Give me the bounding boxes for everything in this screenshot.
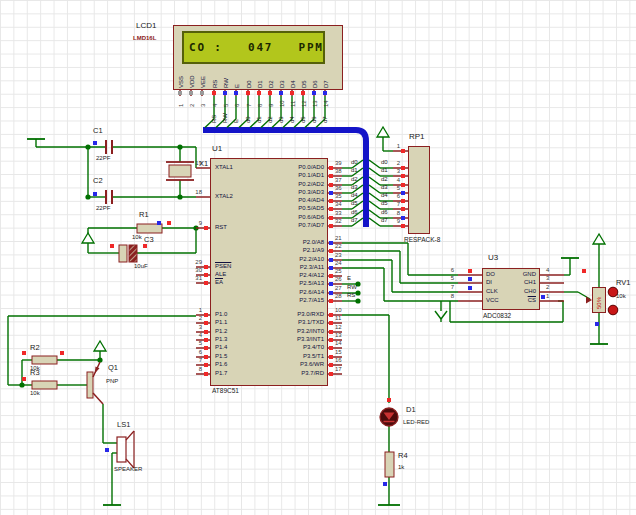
resistor-r1[interactable] <box>137 224 162 233</box>
bus-tap <box>369 193 380 201</box>
wiper-arrow-icon <box>586 297 592 304</box>
junction-dot <box>355 290 360 295</box>
bus-tap <box>369 218 380 226</box>
pin-state-indicator <box>401 216 405 220</box>
pin-state-indicator <box>401 183 405 187</box>
pin-state-indicator <box>329 266 333 270</box>
pin-state-indicator <box>468 277 472 281</box>
pin-state-indicator <box>204 321 208 325</box>
pin-state-indicator <box>329 355 333 359</box>
junction-dot <box>85 144 90 149</box>
bus-tap <box>352 218 363 226</box>
pin-state-indicator <box>582 269 586 273</box>
speaker-horn <box>126 459 134 468</box>
pnp-arrow-icon <box>95 366 100 373</box>
transistor-collector <box>93 393 103 404</box>
ground-arrow-icon <box>435 311 441 319</box>
speaker-ls1[interactable] <box>117 437 126 462</box>
pin-state-indicator <box>329 216 333 220</box>
junction-dot <box>177 144 182 149</box>
pin-state-indicator <box>468 269 472 273</box>
power-arrow-icon <box>377 127 389 137</box>
pin-state-indicator <box>257 91 261 95</box>
transistor-q1[interactable] <box>87 372 93 398</box>
bus-tap <box>352 210 363 218</box>
pin-state-indicator <box>60 351 64 355</box>
bus-tap <box>352 168 363 176</box>
pin-state-indicator <box>401 149 405 153</box>
pin-state-indicator <box>329 338 333 342</box>
junction-dot <box>355 298 360 303</box>
pin-state-indicator <box>22 351 26 355</box>
pin-state-indicator <box>401 224 405 228</box>
schematic-canvas: CO : 047 PPM LCD1 LMD16L U1 AT89C51 RP1 … <box>0 0 636 515</box>
pin-state-indicator <box>329 183 333 187</box>
pin-state-indicator <box>329 241 333 245</box>
pin-state-indicator <box>387 398 391 402</box>
pin-state-indicator <box>204 281 208 285</box>
pin-state-indicator <box>401 166 405 170</box>
pin-state-indicator <box>204 226 208 230</box>
junction-dot <box>97 357 102 362</box>
pin-state-indicator <box>329 282 333 286</box>
pin-state-indicator <box>22 377 26 381</box>
power-arrow-icon <box>94 341 106 351</box>
resistor-r4[interactable] <box>385 452 394 477</box>
pin-state-indicator <box>204 265 208 269</box>
junction-dot <box>177 194 182 199</box>
pin-state-indicator <box>401 199 405 203</box>
bus-tap <box>305 119 314 128</box>
pin-state-indicator <box>329 224 333 228</box>
junction-dot <box>19 382 24 387</box>
speaker-horn <box>126 431 134 440</box>
pin-state-indicator <box>329 258 333 262</box>
pin-state-indicator <box>234 91 238 95</box>
bus-tap <box>316 119 325 128</box>
pin-state-indicator <box>541 295 545 299</box>
pin-state-indicator <box>329 372 333 376</box>
pin-state-indicator <box>329 174 333 178</box>
pot-increase-button[interactable] <box>608 287 618 297</box>
pin-state-indicator <box>468 286 472 290</box>
pin-state-indicator <box>189 91 193 95</box>
capacitor-c3[interactable] <box>119 245 127 262</box>
pin-state-indicator <box>167 221 171 225</box>
pin-state-indicator <box>204 313 208 317</box>
pin-state-indicator <box>329 291 333 295</box>
pin-state-indicator <box>204 338 208 342</box>
pot-decrease-button[interactable] <box>608 305 618 315</box>
pin-state-indicator <box>595 322 599 326</box>
bus-tap <box>352 160 363 168</box>
pin-state-indicator <box>329 207 333 211</box>
pin-state-indicator <box>301 91 305 95</box>
pin-state-indicator <box>268 91 272 95</box>
bus-tap <box>283 119 292 128</box>
bus-tap <box>239 119 248 128</box>
pin-state-indicator <box>329 363 333 367</box>
bus-tap <box>261 119 270 128</box>
bus-tap <box>352 193 363 201</box>
pin-state-indicator <box>312 91 316 95</box>
bus-tap <box>369 177 380 185</box>
bus-tap <box>294 119 303 128</box>
pin-state-indicator <box>246 91 250 95</box>
pin-state-indicator <box>329 274 333 278</box>
junction-dot <box>85 194 90 199</box>
bus-tap <box>369 168 380 176</box>
resistor-r2[interactable] <box>32 356 57 364</box>
pin-state-indicator <box>329 249 333 253</box>
data-bus <box>203 130 366 227</box>
pin-state-indicator <box>329 299 333 303</box>
pin-state-indicator <box>204 273 208 277</box>
pin-state-indicator <box>323 91 327 95</box>
pin-state-indicator <box>204 372 208 376</box>
pin-state-indicator <box>200 91 204 95</box>
bus-tap <box>272 119 281 128</box>
resistor-r3[interactable] <box>32 381 57 389</box>
pin-state-indicator <box>204 346 208 350</box>
pin-state-indicator <box>93 192 97 196</box>
crystal-x1[interactable] <box>169 165 191 177</box>
bus-tap <box>227 119 236 128</box>
pin-state-indicator <box>329 191 333 195</box>
pin-state-indicator <box>212 91 216 95</box>
